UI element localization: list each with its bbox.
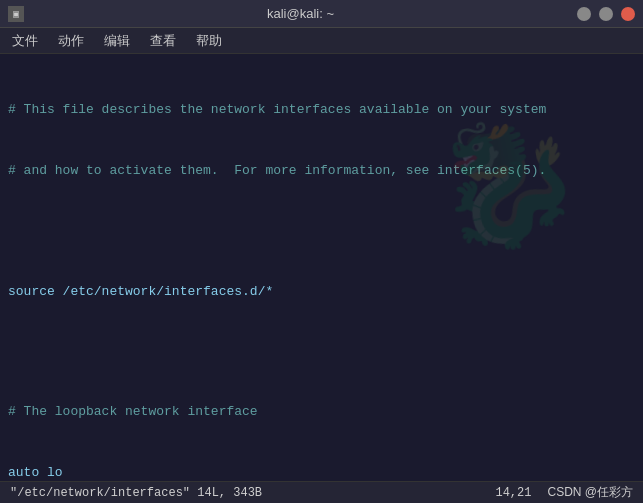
- minimize-button[interactable]: [577, 7, 591, 21]
- window-controls: [577, 7, 635, 21]
- line-3: [8, 221, 635, 241]
- menu-file[interactable]: 文件: [4, 30, 46, 52]
- menu-help[interactable]: 帮助: [188, 30, 230, 52]
- close-button[interactable]: [621, 7, 635, 21]
- title-bar: ▣ kali@kali: ~: [0, 0, 643, 28]
- terminal-lines: # This file describes the network interf…: [8, 60, 635, 481]
- line-1: # This file describes the network interf…: [8, 100, 635, 120]
- status-filename: "/etc/network/interfaces" 14L, 343B: [10, 486, 262, 500]
- status-right: 14,21 CSDN @任彩方: [495, 484, 633, 501]
- status-position: 14,21: [495, 486, 531, 500]
- menu-bar: 文件 动作 编辑 查看 帮助: [0, 28, 643, 54]
- window-title: kali@kali: ~: [267, 6, 334, 21]
- maximize-button[interactable]: [599, 7, 613, 21]
- line-2: # and how to activate them. For more inf…: [8, 161, 635, 181]
- line-4: source /etc/network/interfaces.d/*: [8, 282, 635, 302]
- terminal-content: 🐉 # This file describes the network inte…: [0, 54, 643, 481]
- menu-edit[interactable]: 编辑: [96, 30, 138, 52]
- terminal-icon: ▣: [8, 6, 24, 22]
- status-brand: CSDN @任彩方: [547, 484, 633, 501]
- menu-view[interactable]: 查看: [142, 30, 184, 52]
- line-6: # The loopback network interface: [8, 402, 635, 422]
- line-5: [8, 342, 635, 362]
- status-bar: "/etc/network/interfaces" 14L, 343B 14,2…: [0, 481, 643, 503]
- line-7: auto lo: [8, 463, 635, 481]
- title-bar-left: ▣: [8, 6, 24, 22]
- menu-action[interactable]: 动作: [50, 30, 92, 52]
